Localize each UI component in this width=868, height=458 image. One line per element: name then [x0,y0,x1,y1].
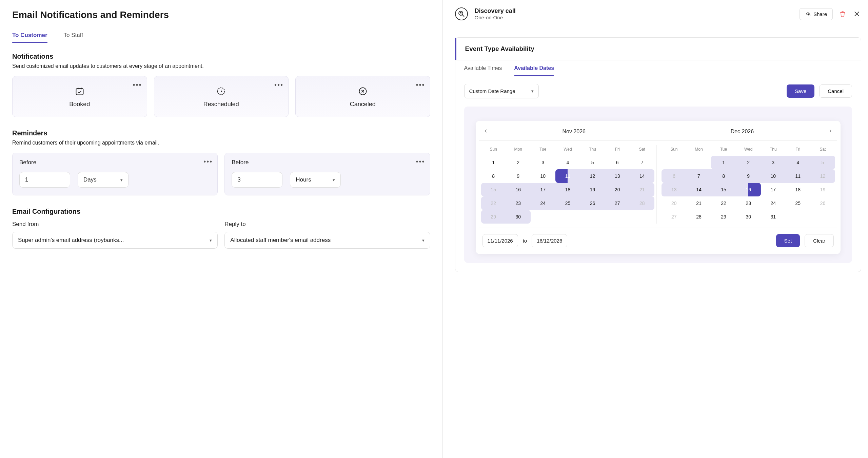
calendar-day[interactable]: 3 [531,156,555,169]
notif-label: Canceled [350,101,376,108]
calendar-day[interactable]: 28 [686,210,711,224]
calendar-day[interactable]: 8 [711,169,736,183]
calendar-day[interactable]: 5 [580,156,605,169]
reminder-card-1: ••• Before Days ▾ [12,153,218,195]
calendar-day[interactable]: 18 [555,183,580,196]
calendar-day[interactable]: 25 [786,196,810,210]
tab-to-customer[interactable]: To Customer [12,28,47,43]
save-button[interactable]: Save [787,84,814,98]
history-icon [216,87,226,96]
next-month-button[interactable] [826,128,834,136]
calendar-day[interactable]: 6 [605,156,630,169]
reminder-value-input[interactable] [232,172,282,188]
calendar-day[interactable]: 15 [481,183,506,196]
calendar-day[interactable]: 26 [810,196,835,210]
calendar-day[interactable]: 2 [736,156,761,169]
calendar-day[interactable]: 8 [481,169,506,183]
notif-card-rescheduled[interactable]: ••• Rescheduled [154,76,289,117]
calendar-day[interactable]: 9 [506,169,531,183]
more-icon[interactable]: ••• [274,81,283,89]
calendar-day[interactable]: 17 [531,183,555,196]
share-button[interactable]: Share [800,8,833,20]
clear-button[interactable]: Clear [805,234,834,247]
calendar-day[interactable]: 29 [481,210,506,224]
send-from-select[interactable]: Super admin's email address (roybanks...… [12,232,218,249]
calendar-day[interactable]: 16 [736,183,761,196]
calendar-day[interactable]: 23 [506,196,531,210]
calendar-day[interactable]: 21 [630,183,654,196]
reminder-unit-select[interactable]: Hours ▾ [290,172,341,188]
calendar-day[interactable]: 30 [736,210,761,224]
dow-label: Mon [506,145,531,154]
calendar-day[interactable]: 13 [605,169,630,183]
more-icon[interactable]: ••• [416,81,425,89]
calendar-day[interactable]: 26 [580,196,605,210]
close-button[interactable] [852,9,861,18]
notif-card-canceled[interactable]: ••• Canceled [295,76,430,117]
availability-tabs: Available Times Available Dates [455,60,861,76]
calendar-day[interactable]: 12 [580,169,605,183]
calendar-day[interactable]: 20 [662,196,686,210]
calendar-day[interactable]: 10 [761,169,786,183]
more-icon[interactable]: ••• [133,81,142,89]
more-icon[interactable]: ••• [203,158,213,166]
reminder-unit-select[interactable]: Days ▾ [78,172,129,188]
calendar-day[interactable]: 27 [662,210,686,224]
chevron-left-icon [484,129,488,133]
prev-month-button[interactable] [482,128,490,136]
reminder-value-input[interactable] [19,172,70,188]
calendar-day[interactable]: 7 [630,156,654,169]
calendar-day[interactable]: 9 [736,169,761,183]
delete-button[interactable] [838,9,847,18]
event-type: One-on-One [475,15,516,20]
from-date-input[interactable]: 11/11/2026 [482,234,518,247]
reply-to-select[interactable]: Allocated staff member's email address ▾ [224,232,430,249]
calendar-day[interactable]: 14 [686,183,711,196]
calendar-day[interactable]: 5 [810,156,835,169]
calendar-day[interactable]: 17 [761,183,786,196]
dow-label: Thu [580,145,605,154]
calendar-day[interactable]: 24 [531,196,555,210]
calendar-day[interactable]: 19 [580,183,605,196]
calendar-day[interactable]: 12 [810,169,835,183]
calendar-day[interactable]: 30 [506,210,531,224]
set-button[interactable]: Set [776,234,800,247]
calendar-day[interactable]: 4 [786,156,810,169]
calendar-day[interactable]: 7 [686,169,711,183]
date-range-select[interactable]: Custom Date Range ▾ [464,84,539,98]
calendar-day[interactable]: 4 [555,156,580,169]
cancel-button[interactable]: Cancel [819,84,852,98]
calendar-day[interactable]: 16 [506,183,531,196]
calendar-day[interactable]: 31 [761,210,786,224]
calendar-day[interactable]: 27 [605,196,630,210]
calendar-day[interactable]: 18 [786,183,810,196]
to-date-input[interactable]: 16/12/2026 [532,234,567,247]
calendar-day[interactable]: 29 [711,210,736,224]
calendar-day[interactable]: 3 [761,156,786,169]
calendar-day[interactable]: 23 [736,196,761,210]
calendar-day[interactable]: 13 [662,183,686,196]
calendar-day[interactable]: 22 [711,196,736,210]
calendar-day[interactable]: 2 [506,156,531,169]
tab-available-times[interactable]: Available Times [464,60,502,76]
calendar-day[interactable]: 22 [481,196,506,210]
calendar-day[interactable]: 19 [810,183,835,196]
tab-to-staff[interactable]: To Staff [64,28,83,43]
calendar-day[interactable]: 28 [630,196,654,210]
calendar-day[interactable]: 25 [555,196,580,210]
more-icon[interactable]: ••• [416,158,425,166]
calendar-day[interactable]: 14 [630,169,654,183]
calendar-day[interactable]: 21 [686,196,711,210]
reply-to-label: Reply to [224,221,430,228]
calendar-day[interactable]: 15 [711,183,736,196]
calendar-day[interactable]: 20 [605,183,630,196]
calendar-day[interactable]: 24 [761,196,786,210]
calendar-day[interactable]: 10 [531,169,555,183]
calendar-day[interactable]: 1 [481,156,506,169]
calendar-day[interactable]: 11 [555,169,580,183]
calendar-day[interactable]: 11 [786,169,810,183]
notif-card-booked[interactable]: ••• Booked [12,76,147,117]
calendar-day[interactable]: 1 [711,156,736,169]
tab-available-dates[interactable]: Available Dates [514,60,554,76]
calendar-day[interactable]: 6 [662,169,686,183]
